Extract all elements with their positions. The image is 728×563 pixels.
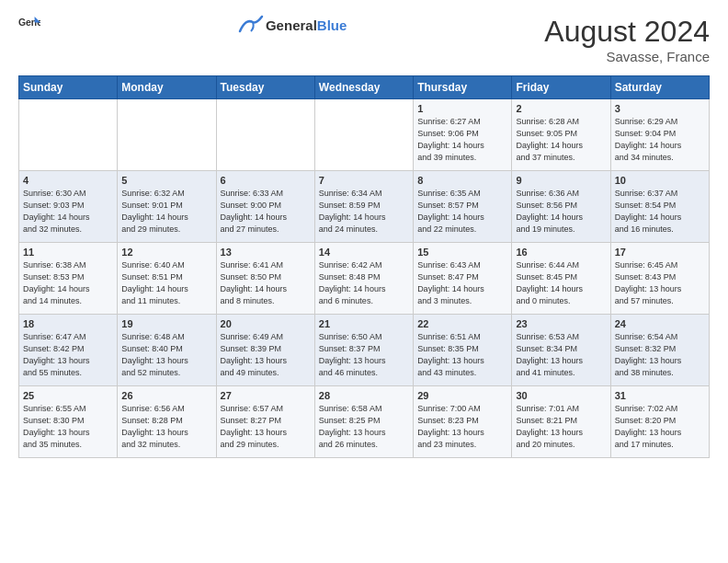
calendar-header-monday: Monday (118, 76, 216, 99)
day-number: 29 (417, 390, 507, 401)
day-info: Sunrise: 6:56 AMSunset: 8:28 PMDaylight:… (121, 403, 211, 451)
page-container: General General Blue August 2024 Savasse… (0, 0, 728, 467)
day-number: 12 (121, 247, 211, 258)
day-info: Sunrise: 6:30 AMSunset: 9:03 PMDaylight:… (23, 188, 113, 236)
day-info: Sunrise: 6:47 AMSunset: 8:42 PMDaylight:… (23, 331, 113, 379)
calendar-cell: 16Sunrise: 6:44 AMSunset: 8:45 PMDayligh… (512, 243, 610, 315)
calendar-table: SundayMondayTuesdayWednesdayThursdayFrid… (18, 75, 710, 458)
calendar-week-row: 18Sunrise: 6:47 AMSunset: 8:42 PMDayligh… (19, 315, 710, 386)
calendar-cell (118, 99, 216, 171)
day-number: 22 (417, 318, 507, 329)
calendar-cell: 25Sunrise: 6:55 AMSunset: 8:30 PMDayligh… (19, 386, 118, 458)
calendar-cell: 26Sunrise: 6:56 AMSunset: 8:28 PMDayligh… (118, 386, 216, 458)
day-info: Sunrise: 6:45 AMSunset: 8:43 PMDaylight:… (615, 259, 705, 307)
calendar-week-row: 1Sunrise: 6:27 AMSunset: 9:06 PMDaylight… (19, 99, 710, 171)
day-info: Sunrise: 7:01 AMSunset: 8:21 PMDaylight:… (516, 403, 606, 451)
day-number: 23 (516, 318, 606, 329)
day-number: 13 (221, 247, 311, 258)
day-number: 20 (221, 318, 311, 329)
day-number: 14 (319, 247, 409, 258)
day-info: Sunrise: 6:36 AMSunset: 8:56 PMDaylight:… (516, 188, 606, 236)
title-block: August 2024 Savasse, France (544, 15, 710, 64)
day-number: 2 (516, 103, 606, 114)
calendar-cell: 1Sunrise: 6:27 AMSunset: 9:06 PMDaylight… (414, 99, 512, 171)
calendar-cell: 19Sunrise: 6:48 AMSunset: 8:40 PMDayligh… (118, 315, 216, 386)
calendar-cell: 24Sunrise: 6:54 AMSunset: 8:32 PMDayligh… (610, 315, 709, 386)
calendar-cell (314, 99, 413, 171)
day-info: Sunrise: 6:44 AMSunset: 8:45 PMDaylight:… (516, 259, 606, 307)
calendar-cell: 15Sunrise: 6:43 AMSunset: 8:47 PMDayligh… (414, 243, 512, 315)
day-info: Sunrise: 6:55 AMSunset: 8:30 PMDaylight:… (23, 403, 113, 451)
day-info: Sunrise: 7:02 AMSunset: 8:20 PMDaylight:… (615, 403, 705, 451)
calendar-cell: 9Sunrise: 6:36 AMSunset: 8:56 PMDaylight… (512, 171, 610, 243)
day-number: 7 (319, 175, 409, 186)
day-number: 19 (121, 318, 211, 329)
day-info: Sunrise: 6:35 AMSunset: 8:57 PMDaylight:… (417, 188, 507, 236)
day-info: Sunrise: 6:42 AMSunset: 8:48 PMDaylight:… (319, 259, 409, 307)
calendar-cell: 29Sunrise: 7:00 AMSunset: 8:23 PMDayligh… (414, 386, 512, 458)
calendar-cell: 18Sunrise: 6:47 AMSunset: 8:42 PMDayligh… (19, 315, 118, 386)
day-number: 4 (23, 175, 113, 186)
day-info: Sunrise: 6:54 AMSunset: 8:32 PMDaylight:… (615, 331, 705, 379)
calendar-cell: 21Sunrise: 6:50 AMSunset: 8:37 PMDayligh… (314, 315, 413, 386)
day-number: 25 (23, 390, 113, 401)
day-number: 6 (221, 175, 311, 186)
day-info: Sunrise: 6:29 AMSunset: 9:04 PMDaylight:… (615, 116, 705, 164)
calendar-cell: 4Sunrise: 6:30 AMSunset: 9:03 PMDaylight… (19, 171, 118, 243)
logo-icon: General (18, 15, 40, 33)
header: General General Blue August 2024 Savasse… (18, 15, 710, 64)
day-info: Sunrise: 6:38 AMSunset: 8:53 PMDaylight:… (23, 259, 113, 307)
day-info: Sunrise: 6:50 AMSunset: 8:37 PMDaylight:… (319, 331, 409, 379)
calendar-cell: 12Sunrise: 6:40 AMSunset: 8:51 PMDayligh… (118, 243, 216, 315)
calendar-header-saturday: Saturday (610, 76, 709, 99)
day-number: 21 (319, 318, 409, 329)
day-number: 28 (319, 390, 409, 401)
day-info: Sunrise: 6:41 AMSunset: 8:50 PMDaylight:… (221, 259, 311, 307)
day-number: 30 (516, 390, 606, 401)
calendar-cell: 6Sunrise: 6:33 AMSunset: 9:00 PMDaylight… (216, 171, 314, 243)
calendar-header-sunday: Sunday (19, 76, 118, 99)
calendar-cell: 28Sunrise: 6:58 AMSunset: 8:25 PMDayligh… (314, 386, 413, 458)
day-number: 11 (23, 247, 113, 258)
calendar-week-row: 25Sunrise: 6:55 AMSunset: 8:30 PMDayligh… (19, 386, 710, 458)
day-number: 16 (516, 247, 606, 258)
logo-bird-icon (238, 15, 264, 35)
day-info: Sunrise: 6:34 AMSunset: 8:59 PMDaylight:… (319, 188, 409, 236)
calendar-cell: 11Sunrise: 6:38 AMSunset: 8:53 PMDayligh… (19, 243, 118, 315)
day-info: Sunrise: 6:28 AMSunset: 9:05 PMDaylight:… (516, 116, 606, 164)
calendar-cell: 3Sunrise: 6:29 AMSunset: 9:04 PMDaylight… (610, 99, 709, 171)
logo: General (18, 15, 40, 33)
day-number: 18 (23, 318, 113, 329)
calendar-header-tuesday: Tuesday (216, 76, 314, 99)
calendar-week-row: 4Sunrise: 6:30 AMSunset: 9:03 PMDaylight… (19, 171, 710, 243)
day-number: 26 (121, 390, 211, 401)
day-number: 15 (417, 247, 507, 258)
logo-full: General Blue (238, 15, 347, 35)
calendar-cell: 5Sunrise: 6:32 AMSunset: 9:01 PMDaylight… (118, 171, 216, 243)
day-info: Sunrise: 6:37 AMSunset: 8:54 PMDaylight:… (615, 188, 705, 236)
calendar-cell: 8Sunrise: 6:35 AMSunset: 8:57 PMDaylight… (414, 171, 512, 243)
day-info: Sunrise: 6:57 AMSunset: 8:27 PMDaylight:… (221, 403, 311, 451)
calendar-header-row: SundayMondayTuesdayWednesdayThursdayFrid… (19, 76, 710, 99)
logo-blue-text: Blue (317, 17, 347, 33)
calendar-header-thursday: Thursday (414, 76, 512, 99)
day-info: Sunrise: 6:58 AMSunset: 8:25 PMDaylight:… (319, 403, 409, 451)
calendar-cell (19, 99, 118, 171)
calendar-cell: 10Sunrise: 6:37 AMSunset: 8:54 PMDayligh… (610, 171, 709, 243)
day-number: 9 (516, 175, 606, 186)
calendar-cell: 23Sunrise: 6:53 AMSunset: 8:34 PMDayligh… (512, 315, 610, 386)
day-number: 5 (121, 175, 211, 186)
day-info: Sunrise: 6:32 AMSunset: 9:01 PMDaylight:… (121, 188, 211, 236)
calendar-cell: 13Sunrise: 6:41 AMSunset: 8:50 PMDayligh… (216, 243, 314, 315)
calendar-cell: 14Sunrise: 6:42 AMSunset: 8:48 PMDayligh… (314, 243, 413, 315)
calendar-cell: 20Sunrise: 6:49 AMSunset: 8:39 PMDayligh… (216, 315, 314, 386)
logo-general-text: General (266, 17, 317, 33)
day-info: Sunrise: 6:53 AMSunset: 8:34 PMDaylight:… (516, 331, 606, 379)
day-info: Sunrise: 6:40 AMSunset: 8:51 PMDaylight:… (121, 259, 211, 307)
calendar-cell: 7Sunrise: 6:34 AMSunset: 8:59 PMDaylight… (314, 171, 413, 243)
day-info: Sunrise: 6:27 AMSunset: 9:06 PMDaylight:… (417, 116, 507, 164)
calendar-cell: 2Sunrise: 6:28 AMSunset: 9:05 PMDaylight… (512, 99, 610, 171)
calendar-header-friday: Friday (512, 76, 610, 99)
day-info: Sunrise: 6:49 AMSunset: 8:39 PMDaylight:… (221, 331, 311, 379)
day-info: Sunrise: 6:33 AMSunset: 9:00 PMDaylight:… (221, 188, 311, 236)
